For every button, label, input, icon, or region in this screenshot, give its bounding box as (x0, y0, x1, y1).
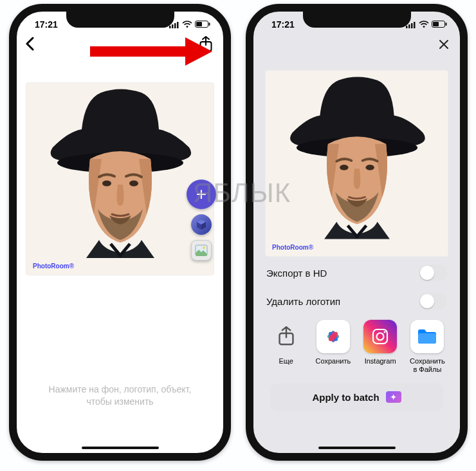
photoroom-watermark: PhotoRoom® (272, 244, 313, 251)
status-time: 17:21 (35, 19, 58, 30)
export-screen: PhotoRoom® Экспорт в HD Удалить логотип … (253, 33, 460, 453)
remove-logo-toggle[interactable] (419, 293, 447, 309)
export-hd-label: Экспорт в HD (266, 268, 327, 279)
svg-rect-15 (408, 24, 410, 28)
photos-icon (316, 320, 350, 353)
callout-arrow (90, 37, 212, 69)
status-indicators (406, 21, 447, 28)
wifi-icon (419, 21, 429, 28)
svg-rect-21 (446, 23, 447, 26)
remove-logo-row[interactable]: Удалить логотип (253, 289, 460, 317)
remove-logo-label: Удалить логотип (266, 296, 340, 307)
hint-line-2: чтобы изменить (17, 396, 223, 408)
home-indicator[interactable] (318, 447, 396, 449)
share-more[interactable]: Еще (264, 320, 309, 373)
editor-screen: PhotoRoom® + Нажмите на фон, логотип, об… (17, 33, 223, 453)
svg-point-10 (102, 181, 111, 187)
back-button[interactable] (24, 37, 36, 55)
svg-rect-7 (209, 23, 210, 26)
phone-export-sheet: 17:21 (246, 4, 468, 461)
home-indicator[interactable] (82, 447, 159, 449)
pro-badge-icon: ✦ (386, 391, 401, 403)
share-instagram[interactable]: Instagram (358, 320, 403, 373)
editor-hint: Нажмите на фон, логотип, объект, чтобы и… (17, 383, 223, 408)
share-save-files[interactable]: Сохранитьв Файлы (405, 320, 450, 373)
share-more-label: Еще (279, 357, 293, 365)
subject-cutout[interactable] (40, 83, 201, 258)
svg-point-4 (187, 26, 188, 28)
svg-point-36 (384, 331, 386, 333)
hint-line-1: Нажмите на фон, логотип, объект, (17, 383, 223, 396)
apply-to-batch-button[interactable]: Apply to batch ✦ (270, 383, 443, 411)
editor-canvas[interactable]: PhotoRoom® + (26, 82, 214, 275)
svg-point-13 (203, 246, 205, 249)
svg-rect-1 (172, 24, 174, 28)
status-indicators (169, 21, 210, 28)
svg-point-35 (377, 333, 384, 340)
export-hd-row[interactable]: Экспорт в HD (253, 257, 460, 289)
share-instagram-label: Instagram (365, 357, 396, 365)
svg-rect-3 (177, 22, 179, 28)
phone-editor: 17:21 (9, 4, 231, 461)
svg-rect-16 (411, 23, 413, 28)
share-save-photos[interactable]: Сохранить (311, 320, 356, 373)
svg-point-23 (340, 165, 348, 171)
svg-rect-2 (174, 23, 176, 28)
share-icon (270, 320, 303, 353)
instagram-icon (363, 320, 397, 353)
share-save-label: Сохранить (316, 357, 351, 365)
wifi-icon (182, 21, 192, 28)
tutorial-comparison: { "status": { "time": "17:21" }, "left":… (0, 0, 476, 471)
svg-rect-17 (414, 22, 416, 28)
battery-icon (195, 21, 210, 28)
svg-rect-38 (90, 46, 187, 57)
svg-rect-37 (418, 333, 436, 344)
battery-icon (432, 21, 447, 28)
photoroom-watermark: PhotoRoom® (33, 263, 74, 270)
device-notch (66, 11, 174, 28)
svg-point-11 (129, 181, 138, 187)
files-icon (410, 320, 444, 353)
apply-to-batch-label: Apply to batch (312, 392, 379, 403)
share-files-label: Сохранитьв Файлы (410, 357, 445, 373)
device-notch (303, 11, 411, 28)
svg-point-24 (365, 165, 374, 171)
export-preview: PhotoRoom® (265, 70, 448, 257)
share-targets: Еще (253, 317, 460, 373)
svg-rect-14 (406, 26, 408, 28)
svg-rect-6 (196, 22, 202, 26)
object-button[interactable] (191, 214, 212, 235)
svg-rect-20 (433, 22, 439, 26)
svg-point-18 (423, 26, 425, 28)
svg-rect-0 (169, 26, 171, 28)
close-button[interactable] (438, 39, 450, 53)
subject-cutout (280, 71, 434, 239)
status-time: 17:21 (271, 19, 295, 30)
export-hd-toggle[interactable] (419, 264, 447, 281)
site-watermark: ЯБЛЫК (193, 178, 291, 208)
background-button[interactable] (191, 240, 212, 261)
